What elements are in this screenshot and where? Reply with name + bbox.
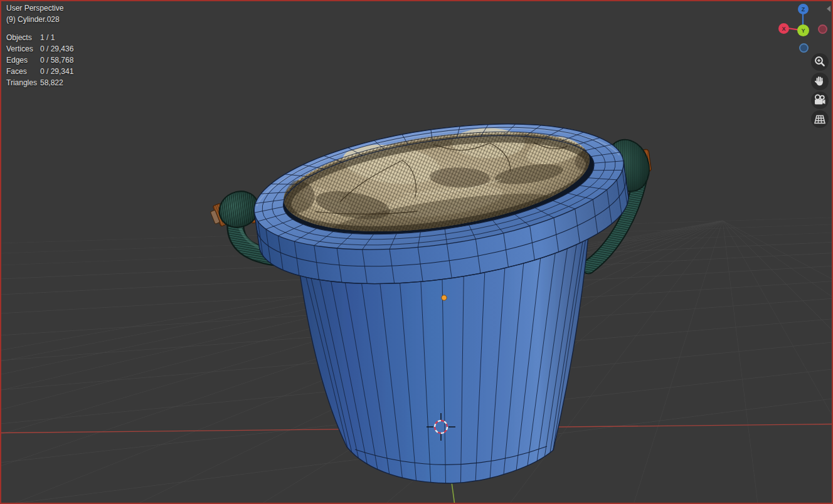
- viewport-canvas[interactable]: [0, 0, 833, 504]
- gizmo-axis-x-negative[interactable]: [818, 24, 827, 34]
- perspective-grid-icon: [812, 111, 828, 127]
- stat-faces: Faces 0 / 29,341: [6, 66, 73, 77]
- stat-triangles: Triangles 58,822: [6, 77, 73, 88]
- active-object-label: (9) Cylinder.028: [6, 14, 73, 25]
- magnifier-plus-icon: [812, 54, 828, 70]
- bucket-object[interactable]: [246, 102, 636, 485]
- stat-edges: Edges 0 / 58,768: [6, 55, 73, 66]
- collapse-panel-arrow-icon[interactable]: [827, 6, 830, 12]
- zoom-button[interactable]: [811, 53, 829, 71]
- navigation-gizmo[interactable]: Z X Y: [773, 0, 833, 58]
- hand-icon: [812, 73, 828, 90]
- gizmo-axis-z[interactable]: Z: [798, 4, 809, 14]
- pan-button[interactable]: [811, 73, 829, 90]
- view-mode-label: User Perspective: [6, 3, 73, 14]
- gizmo-axis-x[interactable]: X: [778, 23, 789, 34]
- stat-objects: Objects 1 / 1: [6, 32, 73, 43]
- stat-vertices: Vertices 0 / 29,436: [6, 43, 73, 55]
- toggle-projection-button[interactable]: [811, 110, 829, 128]
- gizmo-axis-z-negative[interactable]: [799, 43, 809, 53]
- movie-camera-icon: [812, 92, 828, 108]
- 3d-viewport[interactable]: User Perspective (9) Cylinder.028 Object…: [0, 0, 833, 504]
- viewport-stats-overlay: User Perspective (9) Cylinder.028 Object…: [6, 3, 73, 88]
- gizmo-axis-y[interactable]: Y: [797, 24, 809, 36]
- object-origin-dot: [442, 295, 447, 300]
- camera-view-button[interactable]: [811, 92, 829, 109]
